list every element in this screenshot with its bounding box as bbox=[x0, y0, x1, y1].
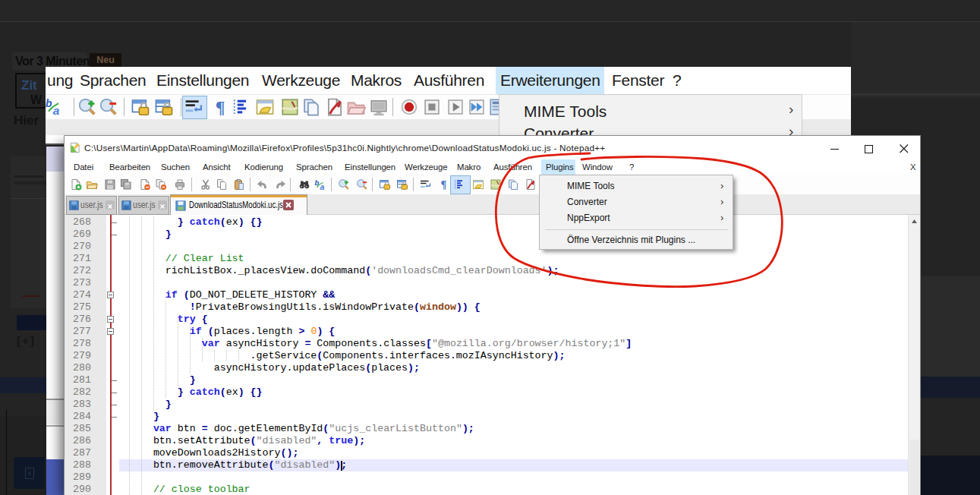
svg-text:¶: ¶ bbox=[216, 97, 225, 117]
svg-text:¶: ¶ bbox=[441, 178, 447, 191]
